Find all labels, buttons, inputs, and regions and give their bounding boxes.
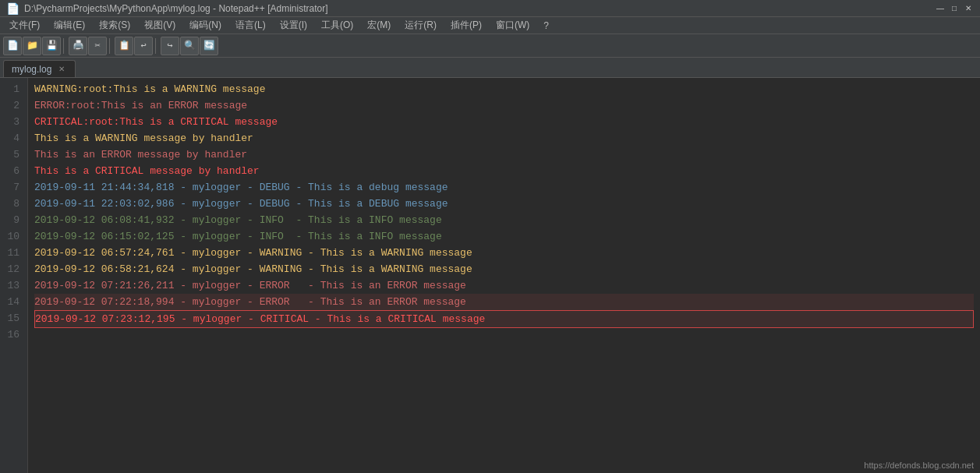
line-number: 8	[3, 196, 24, 212]
tab-close-button[interactable]: ✕	[56, 64, 67, 75]
code-line: 2019-09-11 21:44:34,818 - mylogger - DEB…	[34, 179, 974, 196]
toolbar: 📄📁💾🖨️✂️📋↩️↪️🔍🔄	[0, 34, 980, 58]
code-line: 2019-09-12 07:21:26,211 - mylogger - ERR…	[34, 277, 974, 294]
toolbar-button[interactable]: 📄	[3, 37, 22, 55]
toolbar-button[interactable]: 🔄	[200, 37, 218, 55]
line-number: 11	[3, 245, 24, 261]
toolbar-button[interactable]: 📁	[23, 37, 41, 55]
menu-item[interactable]: 运行(R)	[398, 17, 443, 34]
menu-bar: 文件(F)编辑(E)搜索(S)视图(V)编码(N)语言(L)设置(I)工具(O)…	[0, 17, 980, 34]
line-number: 7	[3, 179, 24, 196]
tab-label: mylog.log	[12, 64, 51, 75]
line-number: 9	[3, 212, 24, 228]
line-number: 3	[3, 114, 24, 130]
menu-item[interactable]: 窗口(W)	[490, 17, 536, 34]
menu-item[interactable]: 宏(M)	[361, 17, 397, 34]
toolbar-button[interactable]: 💾	[42, 37, 61, 55]
code-line: ERROR:root:This is an ERROR message	[34, 97, 974, 114]
line-number: 5	[3, 146, 24, 163]
window-controls: — □ ✕	[935, 3, 974, 14]
toolbar-button[interactable]: ↩️	[134, 37, 153, 55]
watermark: https://defonds.blog.csdn.net	[864, 461, 974, 470]
toolbar-button[interactable]: ↪️	[161, 37, 179, 55]
toolbar-button[interactable]: ✂️	[88, 37, 107, 55]
line-number: 10	[3, 228, 24, 245]
menu-item[interactable]: 搜索(S)	[93, 17, 136, 34]
menu-item[interactable]: 文件(F)	[3, 17, 46, 34]
code-line: 2019-09-12 06:15:02,125 - mylogger - INF…	[34, 228, 974, 245]
menu-item[interactable]: 插件(P)	[444, 17, 488, 34]
code-line: CRITICAL:root:This is a CRITICAL message	[34, 114, 974, 130]
code-line: 2019-09-12 06:57:24,761 - mylogger - WAR…	[34, 245, 974, 261]
minimize-button[interactable]: —	[935, 3, 946, 14]
window-title: D:\PycharmProjects\MyPythonApp\mylog.log…	[24, 3, 935, 14]
menu-item[interactable]: 工具(O)	[315, 17, 359, 34]
menu-item[interactable]: 设置(I)	[274, 17, 313, 34]
editor-area: 12345678910111213141516 WARNING:root:Thi…	[0, 78, 980, 473]
code-line: 2019-09-11 22:03:02,986 - mylogger - DEB…	[34, 196, 974, 212]
code-line: This is an ERROR message by handler	[34, 146, 974, 163]
toolbar-button[interactable]: 🖨️	[69, 37, 87, 55]
menu-item[interactable]: 编辑(E)	[48, 17, 91, 34]
line-number: 15	[3, 310, 24, 327]
toolbar-separator	[63, 38, 66, 54]
code-line: This is a WARNING message by handler	[34, 130, 974, 146]
line-number: 6	[3, 163, 24, 179]
menu-item[interactable]: 语言(L)	[229, 17, 272, 34]
line-number: 14	[3, 294, 24, 310]
toolbar-separator	[155, 38, 158, 54]
tab-bar: mylog.log ✕	[0, 58, 980, 78]
line-number: 12	[3, 261, 24, 277]
code-line: 2019-09-12 07:22:18,994 - mylogger - ERR…	[34, 294, 974, 310]
menu-item[interactable]: ?	[537, 19, 555, 33]
code-line: 2019-09-12 06:58:21,624 - mylogger - WAR…	[34, 261, 974, 277]
code-line: 2019-09-12 06:08:41,932 - mylogger - INF…	[34, 212, 974, 228]
file-tab[interactable]: mylog.log ✕	[3, 60, 76, 77]
code-area[interactable]: WARNING:root:This is a WARNING messageER…	[28, 78, 980, 473]
line-number: 16	[3, 327, 24, 343]
code-line: 2019-09-12 07:23:12,195 - mylogger - CRI…	[34, 310, 974, 328]
toolbar-button[interactable]: 📋	[115, 37, 133, 55]
line-number: 13	[3, 277, 24, 294]
line-numbers: 12345678910111213141516	[0, 78, 28, 473]
app-icon: 📄	[6, 2, 19, 15]
title-bar: 📄 D:\PycharmProjects\MyPythonApp\mylog.l…	[0, 0, 980, 17]
line-number: 2	[3, 97, 24, 114]
line-number: 1	[3, 81, 24, 97]
menu-item[interactable]: 编码(N)	[183, 17, 228, 34]
close-window-button[interactable]: ✕	[963, 3, 974, 14]
code-line: WARNING:root:This is a WARNING message	[34, 81, 974, 97]
code-line: This is a CRITICAL message by handler	[34, 163, 974, 179]
line-number: 4	[3, 130, 24, 146]
maximize-button[interactable]: □	[949, 3, 960, 14]
toolbar-separator	[109, 38, 112, 54]
menu-item[interactable]: 视图(V)	[138, 17, 182, 34]
toolbar-button[interactable]: 🔍	[180, 37, 199, 55]
